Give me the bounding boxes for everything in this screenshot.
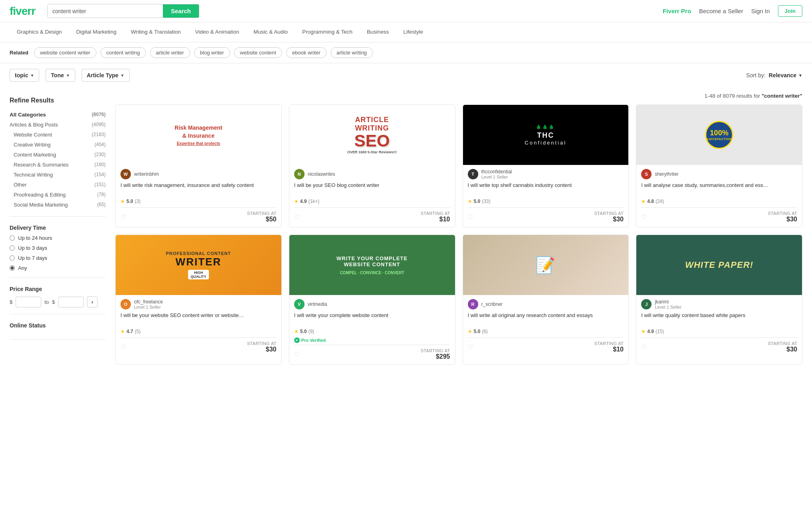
price-value: $30 bbox=[768, 346, 797, 353]
starting-at-label: STARTING AT bbox=[247, 211, 277, 216]
pro-verified-badge: P Pro Verified bbox=[294, 337, 450, 343]
tone-filter[interactable]: Tone▼ bbox=[46, 69, 75, 82]
tag-blog-writer[interactable]: blog writer bbox=[194, 47, 230, 58]
delivery-any[interactable]: Any bbox=[10, 265, 106, 271]
favorite-icon[interactable]: ♡ bbox=[468, 213, 473, 221]
price-max-input[interactable] bbox=[58, 297, 84, 307]
gig-body: T thcconfidential Level 1 Seller I will … bbox=[463, 165, 629, 227]
gig-title: I will analyse case study, summaries,con… bbox=[641, 182, 797, 196]
subcat-technical[interactable]: Technical Writing (154) bbox=[10, 170, 106, 180]
favorite-icon[interactable]: ♡ bbox=[641, 343, 647, 351]
gig-card[interactable]: Risk Management& Insurance Expertise tha… bbox=[115, 104, 282, 227]
subcat-other[interactable]: Other (151) bbox=[10, 180, 106, 190]
favorite-icon[interactable]: ♡ bbox=[294, 213, 300, 221]
header-nav: Fiverr Pro Become a Seller Sign In Join bbox=[663, 5, 802, 17]
tag-ebook-writer[interactable]: ebook writer bbox=[286, 47, 327, 58]
rating-row: ★ 5.0 (33) bbox=[468, 199, 624, 204]
subcat-website-content[interactable]: Website Content (2183) bbox=[10, 130, 106, 140]
seller-name: nicolaswrites bbox=[308, 171, 335, 177]
price-go-button[interactable]: › bbox=[87, 296, 98, 307]
become-seller-link[interactable]: Become a Seller bbox=[699, 8, 743, 14]
rating-value: 5.0 bbox=[474, 199, 481, 204]
sort-section: Sort by: Relevance▼ bbox=[746, 72, 802, 78]
gig-card[interactable]: 🌲🌲🌲 THC Confidential T thcconfidential L… bbox=[463, 104, 629, 227]
starting-at-label: STARTING AT bbox=[768, 211, 797, 216]
rating-value: 4.8 bbox=[647, 199, 654, 204]
gig-card[interactable]: 100% SATISFACTION S sherylhriter I will … bbox=[636, 104, 802, 227]
gig-title: I will be your SEO blog content writer bbox=[294, 182, 450, 196]
delivery-7d[interactable]: Up to 7 days bbox=[10, 255, 106, 261]
rating-count: (1k+) bbox=[308, 199, 319, 204]
cat-lifestyle[interactable]: Lifestyle bbox=[396, 22, 431, 42]
fiverr-pro-link[interactable]: Fiverr Pro bbox=[663, 8, 691, 14]
favorite-icon[interactable]: ♡ bbox=[294, 351, 300, 358]
favorite-icon[interactable]: ♡ bbox=[120, 343, 126, 351]
delivery-3d[interactable]: Up to 3 days bbox=[10, 245, 106, 251]
rating-count: (9) bbox=[308, 329, 314, 334]
rating-row: ★ 4.9 (15) bbox=[641, 329, 797, 334]
tag-article-writer[interactable]: article writer bbox=[150, 47, 190, 58]
sort-dropdown[interactable]: Relevance▼ bbox=[769, 72, 802, 78]
subcat-creative[interactable]: Creative Writing (404) bbox=[10, 140, 106, 150]
delivery-24h[interactable]: Up to 24 hours bbox=[10, 235, 106, 241]
subcat-articles[interactable]: Articles & Blog Posts (4095) bbox=[10, 120, 106, 130]
cat-business[interactable]: Business bbox=[360, 22, 396, 42]
tag-article-writing[interactable]: article writing bbox=[331, 47, 373, 58]
article-type-filter[interactable]: Article Type▼ bbox=[82, 69, 130, 82]
seller-info: W writerinbhm bbox=[120, 169, 277, 179]
search-input[interactable] bbox=[48, 4, 163, 18]
subcat-research[interactable]: Research & Summaries (180) bbox=[10, 160, 106, 170]
favorite-icon[interactable]: ♡ bbox=[468, 343, 473, 351]
search-button[interactable]: Search bbox=[163, 4, 199, 18]
subcat-content-marketing[interactable]: Content Marketing (230) bbox=[10, 150, 106, 160]
tag-website-content[interactable]: website content bbox=[234, 47, 282, 58]
seller-info: O ofc_freelance Level 1 Seller bbox=[120, 299, 277, 309]
refine-results-heading: Refine Results bbox=[10, 97, 106, 104]
delivery-radio-group: Up to 24 hours Up to 3 days Up to 7 days… bbox=[10, 235, 106, 271]
cat-programming[interactable]: Programming & Tech bbox=[295, 22, 360, 42]
cat-digital-marketing[interactable]: Digital Marketing bbox=[69, 22, 124, 42]
cat-music[interactable]: Music & Audio bbox=[247, 22, 295, 42]
gig-card[interactable]: WRITE YOUR COMPLETE WEBSITE CONTENT COMP… bbox=[289, 235, 455, 365]
price-currency-from: $ bbox=[10, 299, 12, 305]
gig-grid: 1-48 of 8079 results for "content writer… bbox=[115, 87, 802, 372]
subcat-proofreading[interactable]: Proofreading & Editing (78) bbox=[10, 190, 106, 200]
gig-card[interactable]: WHITE PAPER! J jkarimi Level 1 Seller I … bbox=[636, 235, 802, 365]
sign-in-link[interactable]: Sign In bbox=[751, 8, 770, 14]
seller-info: S sherylhriter bbox=[641, 169, 797, 179]
cat-writing[interactable]: Writing & Translation bbox=[124, 22, 188, 42]
seller-name: ofc_freelance bbox=[134, 299, 163, 305]
gig-image: WRITE YOUR COMPLETE WEBSITE CONTENT COMP… bbox=[289, 235, 455, 295]
online-status-section: Online Status bbox=[10, 322, 106, 339]
all-categories-item[interactable]: All Categories (8076) bbox=[10, 110, 106, 120]
gig-card[interactable]: PROFESSIONAL CONTENT WRITER HIGHQUALITY … bbox=[115, 235, 282, 365]
price-row: ♡ STARTING AT $50 bbox=[120, 207, 277, 223]
sidebar: Refine Results All Categories (8076) Art… bbox=[10, 87, 106, 372]
gig-card[interactable]: ARTICLEWRITING SEO OVER 1600 5-Star Revi… bbox=[289, 104, 455, 227]
subcat-social-media[interactable]: Social Media Marketing (65) bbox=[10, 200, 106, 210]
seller-name: jkarimi bbox=[655, 299, 682, 305]
star-icon: ★ bbox=[641, 199, 646, 204]
price-value: $10 bbox=[594, 346, 624, 353]
favorite-icon[interactable]: ♡ bbox=[641, 213, 647, 221]
favorite-icon[interactable]: ♡ bbox=[120, 213, 126, 221]
price-min-input[interactable] bbox=[16, 297, 41, 307]
avatar: W bbox=[120, 169, 131, 179]
seller-info: T thcconfidential Level 1 Seller bbox=[468, 169, 624, 179]
gig-card[interactable]: 📝 R r_scribner I will write all original… bbox=[463, 235, 629, 365]
grid-row-2: PROFESSIONAL CONTENT WRITER HIGHQUALITY … bbox=[115, 235, 802, 365]
rating-count: (5) bbox=[135, 329, 141, 334]
gig-title: I will write your complete website conte… bbox=[294, 312, 450, 326]
results-count: 1-48 of 8079 results for "content writer… bbox=[115, 87, 802, 104]
tag-content-writing[interactable]: content writing bbox=[100, 47, 146, 58]
rating-row: ★ 5.0 (3) bbox=[120, 199, 277, 204]
category-nav: Graphics & Design Digital Marketing Writ… bbox=[0, 22, 812, 42]
gig-title: I will write all original any research c… bbox=[468, 312, 624, 326]
sort-label: Sort by: bbox=[746, 72, 766, 78]
search-bar: Search bbox=[47, 4, 199, 18]
join-button[interactable]: Join bbox=[778, 5, 802, 17]
cat-video[interactable]: Video & Animation bbox=[188, 22, 246, 42]
topic-filter[interactable]: topic▼ bbox=[10, 69, 39, 82]
tag-website-content-writer[interactable]: website content writer bbox=[34, 47, 96, 58]
cat-graphics[interactable]: Graphics & Design bbox=[10, 22, 69, 42]
